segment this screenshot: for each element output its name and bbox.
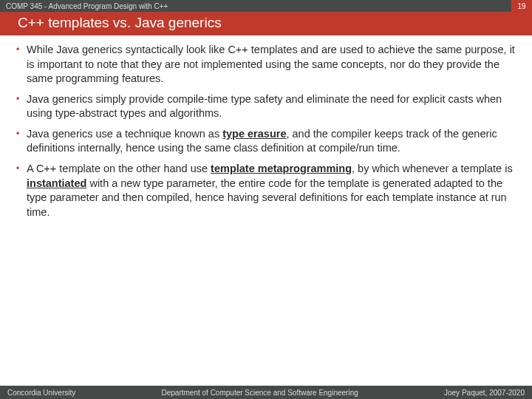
course-label: COMP 345 - Advanced Program Design with …: [6, 2, 168, 10]
page-number: 19: [511, 0, 532, 12]
bullet-list: While Java generics syntactically look l…: [16, 43, 516, 219]
top-bar: COMP 345 - Advanced Program Design with …: [0, 0, 532, 12]
footer-right: Joey Paquet, 2007-2020: [444, 389, 525, 397]
list-item: A C++ template on the other hand use tem…: [16, 162, 516, 219]
list-item: While Java generics syntactically look l…: [16, 43, 516, 86]
footer-left: Concordia University: [7, 389, 75, 397]
slide: COMP 345 - Advanced Program Design with …: [0, 0, 532, 399]
footer-center: Department of Computer Science and Softw…: [162, 389, 358, 397]
footer-bar: Concordia University Department of Compu…: [0, 386, 532, 399]
list-item: Java generics use a technique known as t…: [16, 127, 516, 156]
list-item: Java generics simply provide compile-tim…: [16, 92, 516, 121]
slide-title-bar: C++ templates vs. Java generics: [0, 12, 532, 35]
slide-title: C++ templates vs. Java generics: [18, 15, 222, 31]
slide-content: While Java generics syntactically look l…: [0, 35, 532, 386]
